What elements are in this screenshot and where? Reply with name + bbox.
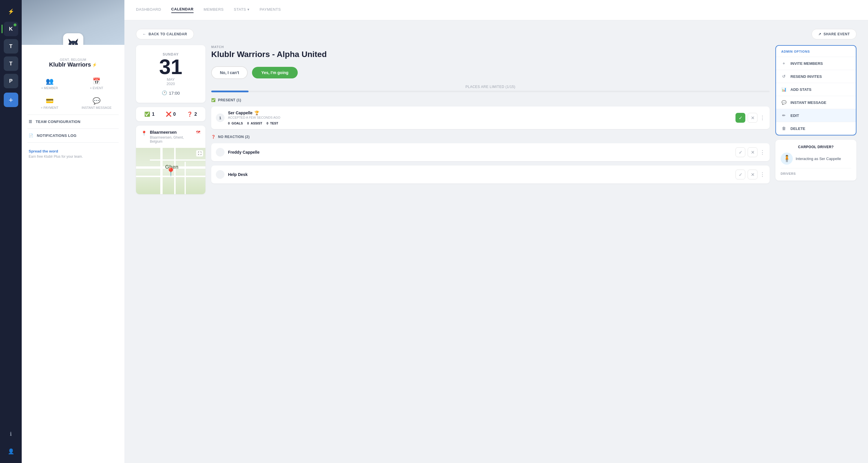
player-more-button[interactable]: ⋮ [760,115,765,121]
t-avatar-2-item[interactable]: T [4,56,18,71]
helpdesk-confirm-button[interactable]: ✓ [736,169,745,179]
top-navigation: DASHBOARD CALENDAR MEMBERS STATS PAYMENT… [124,0,868,20]
info-icon-item[interactable]: ℹ [4,427,18,441]
location-name: Blaarmeersen [150,130,193,134]
edit-icon: ✏ [781,113,786,118]
flash-icon-item[interactable]: ⚡ [4,4,18,19]
carpool-user-name: Interacting as Ser Cappelle [796,157,841,161]
sidebar: Gent, Belgium Klublr Warriors ⚡ 👥 + MEMB… [22,0,124,463]
p-avatar-item[interactable]: P [4,74,18,88]
map-redirect-icon[interactable]: 🗺 [196,130,200,134]
check-circle-icon: ✅ [144,112,150,117]
date-card: SUNDAY 31 MAY 2020 🕐 17:00 [136,45,206,103]
map-expand-button[interactable]: ⛶ [196,150,203,157]
player-decline-button[interactable]: ✕ [748,113,757,123]
user-icon-item[interactable]: 👤 [4,444,18,459]
player-card-helpdesk: Help Desk ✓ ✕ ⋮ [211,165,770,183]
t-avatar-1-item[interactable]: T [4,39,18,54]
event-time: 🕐 17:00 [142,90,199,95]
body-grid: SUNDAY 31 MAY 2020 🕐 17:00 ✅ 1 [136,45,857,194]
freddy-decline-button[interactable]: ✕ [748,147,757,157]
places-fill [211,91,249,92]
present-section-title: ✅ PRESENT (1) [211,98,770,102]
player-test: 0 TEST [267,122,279,125]
members-icon: 👥 [46,78,54,85]
share-event-button[interactable]: ↗ SHARE EVENT [812,29,857,39]
question-circle-icon: ❓ [187,112,193,117]
team-name: Klublr Warriors ⚡ [28,61,119,68]
event-title: Klublr Warriors - Alpha United [211,50,770,59]
day-number: 31 [142,56,199,77]
back-to-calendar-button[interactable]: ← BACK TO CALENDAR [136,29,194,39]
content-area: ← BACK TO CALENDAR ↗ SHARE EVENT SUNDAY … [124,20,868,463]
delete-option[interactable]: 🗑 DELETE [776,122,856,135]
player-confirm-button[interactable]: ✓ [736,113,745,123]
right-column: ADMIN OPTIONS + INVITE MEMBERS ↺ RESEND … [775,45,857,194]
helpdesk-decline-button[interactable]: ✕ [748,169,757,179]
nav-dashboard[interactable]: DASHBOARD [136,7,161,13]
places-bar [211,91,770,92]
add-payment-action[interactable]: 💳 + PAYMENT [28,95,72,112]
instant-message-action[interactable]: 💬 INSTANT MESSAGE [75,95,119,112]
map-background: Ghen 📍 ⛶ [136,148,206,194]
admin-options-panel: ADMIN OPTIONS + INVITE MEMBERS ↺ RESEND … [775,45,857,135]
freddy-confirm-button[interactable]: ✓ [736,147,745,157]
freddy-more-button[interactable]: ⋮ [760,149,765,155]
team-configuration-menu-item[interactable]: ☰ TEAM CONFIGURATION [22,115,124,128]
add-button[interactable]: + [4,93,18,107]
no-reaction-q-icon: ❓ [211,135,216,139]
rsvp-yes-button[interactable]: Yes, I'm going [252,67,298,79]
svg-point-9 [71,43,72,44]
add-event-action[interactable]: 📅 + EVENT [75,75,119,92]
rsvp-row: No, I can't Yes, I'm going [211,66,770,79]
carpool-card: CARPOOL DRIVER? 🧍 Interacting as Ser Cap… [775,140,857,181]
wolf-logo-icon [66,36,81,45]
event-header: MATCH Klublr Warriors - Alpha United [211,45,770,59]
notifications-log-menu-item[interactable]: 📄 NOTIFICATIONS LOG [22,129,124,143]
carpool-title: CARPOOL DRIVER? [781,145,851,149]
plus-icon: + [781,61,786,66]
location-details: Blaarmeersen Blaarmeersen, Ghent, Belgiu… [150,130,193,144]
places-bar-container: PLACES ARE LIMITED (1/15) [211,85,770,92]
sidebar-actions: 👥 + MEMBER 📅 + EVENT 💳 + PAYMENT 💬 INSTA… [22,72,124,115]
rsvp-no-button[interactable]: No, I can't [211,66,248,79]
spread-word-link[interactable]: Spread the word [29,149,58,153]
payment-icon: 💳 [46,97,54,105]
player-goals: 0 GOALS [228,122,244,125]
carpool-drivers-label: DRIVERS [781,168,851,175]
map-container[interactable]: Ghen 📍 ⛶ Map data ©2020 Terms of Use [136,148,206,194]
event-type-label: MATCH [211,45,770,49]
resend-invites-option[interactable]: ↺ RESEND INVITES [776,70,856,83]
icon-bar: ⚡ K T T P + ℹ 👤 [0,0,22,463]
promo-text: Earn free Klublr Plus for your team. [29,155,118,159]
admin-options-title: ADMIN OPTIONS [776,46,856,57]
nav-members[interactable]: MEMBERS [204,7,224,13]
sidebar-hero [22,0,124,45]
stats-icon: 📊 [781,87,786,92]
nav-stats[interactable]: STATS [234,7,249,13]
team-location: Gent, Belgium [28,58,119,61]
add-stats-option[interactable]: 📊 ADD STATS [776,83,856,96]
player-number-freddy [216,148,224,157]
k-avatar-item[interactable]: K [4,22,18,36]
invite-members-option[interactable]: + INVITE MEMBERS [776,57,856,70]
helpdesk-more-button[interactable]: ⋮ [760,171,765,178]
team-info: Gent, Belgium Klublr Warriors ⚡ [22,58,124,72]
hamburger-icon: ☰ [29,120,32,124]
player-card-ser-cappelle: 1 Ser Cappelle 🏆 ACCEPTED A FEW SECONDS … [211,106,770,129]
edit-option[interactable]: ✏ EDIT [776,109,856,122]
player-accepted-time: ACCEPTED A FEW SECONDS AGO [228,116,732,119]
person-icon: 🧍 [783,155,791,162]
stat-q: ❓ 2 [187,112,197,117]
nav-calendar[interactable]: CALENDAR [171,7,193,13]
nav-payments[interactable]: PAYMENTS [259,7,281,13]
instant-message-option[interactable]: 💬 INSTANT MESSAGE [776,96,856,109]
add-member-action[interactable]: 👥 + MEMBER [28,75,72,92]
player-name-freddy: Freddy Cappelle [228,150,732,155]
player-info-helpdesk: Help Desk [228,172,732,177]
clock-icon: 🕐 [162,90,167,95]
player-actions: ✓ ✕ ⋮ [736,113,765,123]
stat-x: ❌ 0 [166,112,176,117]
player-name-helpdesk: Help Desk [228,172,732,177]
player-actions-freddy: ✓ ✕ ⋮ [736,147,765,157]
